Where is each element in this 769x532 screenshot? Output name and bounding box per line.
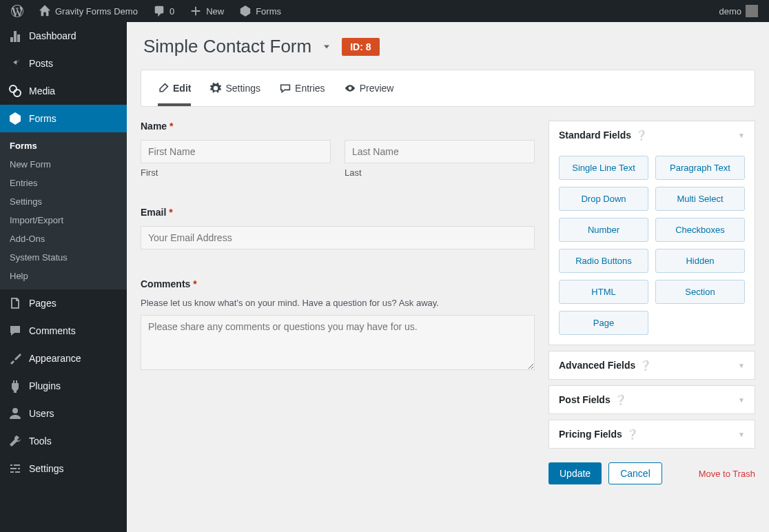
fieldbtn-page[interactable]: Page bbox=[559, 311, 648, 335]
dashboard-icon bbox=[8, 29, 22, 43]
comments-description: Please let us know what's on your mind. … bbox=[141, 298, 535, 308]
submenu-import-export[interactable]: Import/Export bbox=[0, 211, 127, 229]
panel-pricing-fields: Pricing Fields ❔ ▼ bbox=[548, 420, 755, 449]
cancel-button[interactable]: Cancel bbox=[608, 462, 662, 484]
sidebar-item-users[interactable]: Users bbox=[0, 400, 127, 427]
sidebar-item-pages[interactable]: Pages bbox=[0, 289, 127, 317]
sidebar-item-comments[interactable]: Comments bbox=[0, 317, 127, 345]
tab-entries[interactable]: Entries bbox=[280, 70, 325, 106]
sidebar-item-appearance[interactable]: Appearance bbox=[0, 345, 127, 372]
tab-settings[interactable]: Settings bbox=[210, 70, 260, 106]
submenu-settings[interactable]: Settings bbox=[0, 192, 127, 211]
fieldbtn-html[interactable]: HTML bbox=[559, 280, 648, 304]
panel-head-pricing[interactable]: Pricing Fields ❔ ▼ bbox=[549, 420, 755, 448]
sliders-icon bbox=[8, 462, 22, 475]
last-name-input[interactable] bbox=[345, 140, 535, 163]
sidebar-item-tools[interactable]: Tools bbox=[0, 427, 127, 455]
fieldbtn-radio[interactable]: Radio Buttons bbox=[559, 249, 648, 273]
fieldbtn-dropdown[interactable]: Drop Down bbox=[559, 187, 648, 211]
required-indicator: * bbox=[170, 121, 173, 132]
field-comments[interactable]: Comments * Please let us know what's on … bbox=[141, 278, 535, 372]
submenu-entries[interactable]: Entries bbox=[0, 174, 127, 192]
eye-icon bbox=[345, 83, 356, 94]
help-icon[interactable]: ❔ bbox=[639, 360, 651, 371]
last-sublabel: Last bbox=[345, 167, 535, 178]
brush-icon bbox=[8, 351, 22, 365]
forms-label: Forms bbox=[256, 6, 281, 17]
fieldbtn-checkboxes[interactable]: Checkboxes bbox=[655, 218, 745, 242]
toggle-icon: ▼ bbox=[738, 431, 745, 438]
panel-head-standard[interactable]: Standard Fields ❔ ▼ bbox=[549, 121, 755, 149]
sidebar-item-plugins[interactable]: Plugins bbox=[0, 372, 127, 400]
help-icon[interactable]: ❔ bbox=[635, 130, 647, 141]
new-content[interactable]: New bbox=[184, 0, 229, 22]
pages-icon bbox=[8, 296, 22, 310]
wp-logo[interactable] bbox=[6, 0, 29, 22]
submenu-addons[interactable]: Add-Ons bbox=[0, 229, 127, 248]
site-home[interactable]: Gravity Forms Demo bbox=[33, 0, 143, 22]
panel-head-post[interactable]: Post Fields ❔ ▼ bbox=[549, 386, 755, 413]
new-label: New bbox=[206, 6, 224, 17]
users-icon bbox=[8, 407, 22, 420]
page-header: Simple Contact Form ID: 8 bbox=[141, 28, 755, 70]
toggle-icon: ▼ bbox=[738, 132, 745, 139]
main-content: Simple Contact Form ID: 8 Edit Settings … bbox=[127, 22, 769, 532]
svg-point-1 bbox=[14, 90, 21, 96]
form-actions: Update Cancel Move to Trash bbox=[548, 462, 755, 484]
field-palette: Standard Fields ❔ ▼ Single Line Text Par… bbox=[548, 121, 755, 484]
field-email[interactable]: Email * bbox=[141, 207, 535, 249]
submenu-new-form[interactable]: New Form bbox=[0, 155, 127, 174]
avatar bbox=[746, 5, 758, 17]
first-sublabel: First bbox=[141, 167, 331, 178]
forms-menu[interactable]: Forms bbox=[234, 0, 287, 22]
media-icon bbox=[8, 84, 22, 98]
sidebar-item-posts[interactable]: Posts bbox=[0, 50, 127, 77]
sidebar-item-settings[interactable]: Settings bbox=[0, 455, 127, 482]
plug-icon bbox=[8, 379, 22, 393]
fieldbtn-paragraph[interactable]: Paragraph Text bbox=[655, 156, 745, 180]
first-name-input[interactable] bbox=[141, 140, 331, 163]
tab-edit[interactable]: Edit bbox=[158, 70, 191, 106]
wrench-icon bbox=[8, 434, 22, 448]
submenu-help[interactable]: Help bbox=[0, 267, 127, 285]
site-name: Gravity Forms Demo bbox=[55, 6, 138, 17]
chat-icon bbox=[280, 83, 291, 94]
panel-advanced-fields: Advanced Fields ❔ ▼ bbox=[548, 351, 755, 380]
fieldbtn-number[interactable]: Number bbox=[559, 218, 648, 242]
tab-preview[interactable]: Preview bbox=[345, 70, 394, 106]
help-icon[interactable]: ❔ bbox=[626, 429, 638, 440]
user-label: demo bbox=[719, 6, 741, 17]
email-input[interactable] bbox=[141, 226, 535, 249]
move-to-trash-link[interactable]: Move to Trash bbox=[699, 469, 755, 479]
toggle-icon: ▼ bbox=[738, 396, 745, 404]
svg-point-0 bbox=[10, 85, 17, 92]
fieldbtn-single-line[interactable]: Single Line Text bbox=[559, 156, 648, 180]
field-name[interactable]: Name * First Last bbox=[141, 121, 535, 178]
panel-head-advanced[interactable]: Advanced Fields ❔ ▼ bbox=[549, 351, 755, 379]
submenu-system-status[interactable]: System Status bbox=[0, 248, 127, 267]
svg-point-2 bbox=[12, 408, 18, 413]
user-account[interactable]: demo bbox=[713, 0, 763, 22]
comments-link[interactable]: 0 bbox=[147, 0, 180, 22]
chevron-down-icon[interactable] bbox=[321, 41, 332, 52]
panel-post-fields: Post Fields ❔ ▼ bbox=[548, 385, 755, 414]
required-indicator: * bbox=[169, 207, 172, 218]
toggle-icon: ▼ bbox=[738, 362, 745, 369]
fieldbtn-hidden[interactable]: Hidden bbox=[655, 249, 745, 273]
fieldbtn-section[interactable]: Section bbox=[655, 280, 745, 304]
page-title: Simple Contact Form bbox=[143, 36, 311, 57]
sidebar-item-media[interactable]: Media bbox=[0, 77, 127, 105]
form-editor: Name * First Last Email * bbox=[141, 121, 535, 484]
pin-icon bbox=[8, 57, 22, 70]
gear-icon bbox=[210, 83, 221, 94]
comments-count: 0 bbox=[170, 6, 174, 17]
fieldbtn-multiselect[interactable]: Multi Select bbox=[655, 187, 745, 211]
sidebar-item-forms[interactable]: Forms bbox=[0, 105, 127, 132]
forms-submenu: Forms New Form Entries Settings Import/E… bbox=[0, 132, 127, 289]
comments-textarea[interactable] bbox=[141, 315, 535, 370]
submenu-forms[interactable]: Forms bbox=[0, 136, 127, 155]
form-tabs: Edit Settings Entries Preview bbox=[141, 70, 755, 107]
update-button[interactable]: Update bbox=[548, 462, 602, 484]
sidebar-item-dashboard[interactable]: Dashboard bbox=[0, 22, 127, 50]
help-icon[interactable]: ❔ bbox=[615, 394, 626, 405]
